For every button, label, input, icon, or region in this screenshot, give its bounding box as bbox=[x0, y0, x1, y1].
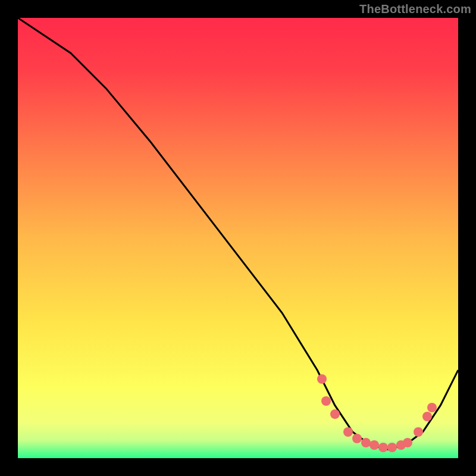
marker-dot bbox=[414, 427, 423, 437]
marker-dot bbox=[422, 412, 432, 421]
marker-dot bbox=[321, 396, 331, 406]
plot-area bbox=[18, 18, 458, 458]
curve-layer bbox=[18, 18, 458, 458]
marker-dot bbox=[352, 434, 362, 443]
marker-dot bbox=[403, 438, 412, 447]
marker-dot bbox=[330, 409, 340, 419]
marker-dot bbox=[427, 403, 437, 412]
marker-dot bbox=[317, 374, 327, 384]
marker-dot bbox=[378, 443, 388, 452]
marker-dot bbox=[361, 438, 371, 447]
watermark-text: TheBottleneck.com bbox=[359, 2, 471, 16]
marker-dot bbox=[387, 443, 397, 452]
chart-frame: TheBottleneck.com bbox=[0, 0, 476, 476]
marker-dot bbox=[343, 427, 353, 437]
curve-path bbox=[18, 18, 458, 449]
